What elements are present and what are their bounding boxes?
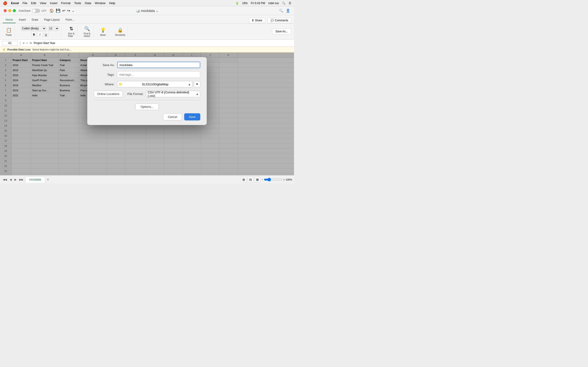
ideas-button[interactable]: 💡 Ideas: [99, 27, 107, 36]
cancel-formula-icon[interactable]: ✕: [23, 42, 25, 45]
save-as-area: Save As...: [272, 28, 291, 34]
dropdown-arrow-icon: ▲: [188, 83, 191, 86]
zoom-slider[interactable]: [264, 178, 282, 181]
save-icon[interactable]: 💾: [56, 8, 61, 13]
menu-data[interactable]: Data: [85, 1, 91, 5]
menu-format[interactable]: Format: [61, 1, 70, 5]
customize-icon[interactable]: ⌄: [72, 9, 74, 12]
tags-input[interactable]: [117, 71, 200, 78]
folder-icon: 📁: [119, 83, 122, 86]
comments-icon: 💬: [271, 19, 274, 22]
add-sheet-button[interactable]: +: [46, 177, 50, 183]
menu-file[interactable]: File: [23, 1, 27, 5]
apple-menu[interactable]: 🍎: [3, 1, 7, 5]
sheet-tab-bar: ◀◀ ◀ ▶ ▶▶ mockdata + ⊞ ⊟ ⊠ − + 100%: [0, 175, 294, 184]
where-selector: 📁 SLS3110DigitalMap ▲ ▼: [117, 81, 200, 87]
insert-function-icon[interactable]: fx: [30, 42, 32, 45]
formula-bar: | ✕ ✓ fx Project Start Year: [0, 40, 294, 47]
redo-icon[interactable]: ↪: [67, 8, 70, 13]
bold-button[interactable]: B: [32, 32, 36, 37]
menu-view[interactable]: View: [40, 1, 46, 5]
tab-draw[interactable]: Draw: [29, 17, 41, 23]
sheet-tab-mockdata[interactable]: mockdata: [25, 176, 45, 183]
save-as-button[interactable]: Save As...: [272, 28, 291, 34]
page-layout-view-button[interactable]: ⊟: [248, 177, 253, 182]
save-as-dialog: Save As: Tags: Where: 📁 SLS3110DigitalMa…: [87, 57, 207, 125]
traffic-lights: [4, 9, 16, 12]
tab-form[interactable]: Form…: [63, 17, 78, 23]
menu-help[interactable]: Help: [109, 1, 115, 5]
where-expand-button[interactable]: ▼: [194, 81, 200, 87]
share-button[interactable]: ⬆ Share: [249, 18, 265, 23]
sensitivity-button[interactable]: 🔒 Sensitivity: [115, 27, 125, 36]
sheet-nav-next[interactable]: ▶: [14, 177, 17, 182]
ribbon-content: 📋 Paste Calibri (Body) 12 B I U: [0, 23, 294, 40]
tab-insert[interactable]: Insert: [16, 17, 28, 23]
ideas-label: Ideas: [100, 34, 106, 36]
where-dropdown[interactable]: 📁 SLS3110DigitalMap ▲: [117, 81, 192, 87]
battery-icon: 🔋: [235, 2, 239, 5]
find-select-button[interactable]: 🔍 Find &Select: [83, 25, 91, 37]
file-format-dropdown[interactable]: CSV UTF-8 (Comma delimited) (.csv) ▲: [146, 91, 200, 97]
menu-tools[interactable]: Tools: [74, 1, 81, 5]
ribbon: Home Insert Draw Page Layout Form… ⬆ Sha…: [0, 15, 294, 40]
dialog-separator: [94, 100, 200, 100]
paste-button[interactable]: 📋 Paste: [5, 27, 12, 36]
font-size-select[interactable]: 12: [48, 26, 59, 31]
sensitivity-icon: 🔒: [117, 27, 124, 33]
sheet-nav-prev[interactable]: ◀: [9, 177, 13, 182]
save-as-dialog-overlay: Save As: Tags: Where: 📁 SLS3110DigitalMa…: [0, 52, 294, 175]
control-center-icon[interactable]: ☰: [289, 2, 291, 5]
autosave-toggle: AutoSave OFF: [19, 9, 47, 13]
font-family-select[interactable]: Calibri (Body): [21, 26, 46, 31]
file-format-row: File Format: CSV UTF-8 (Comma delimited)…: [128, 91, 200, 97]
zoom-out-icon[interactable]: −: [262, 178, 263, 181]
sheet-nav-right[interactable]: ▶▶: [18, 177, 24, 182]
battery-percent: 19%: [242, 2, 248, 5]
formula-divider: |: [20, 41, 21, 45]
confirm-formula-icon[interactable]: ✓: [26, 42, 28, 45]
paste-label: Paste: [6, 34, 12, 36]
maximize-button[interactable]: [13, 9, 16, 12]
search-title-icon[interactable]: 🔍: [279, 8, 284, 13]
autosave-switch[interactable]: [32, 9, 40, 13]
cell-reference-input[interactable]: [2, 41, 18, 45]
zoom-in-icon[interactable]: +: [283, 178, 285, 181]
normal-view-button[interactable]: ⊞: [241, 177, 246, 182]
minimize-button[interactable]: [8, 9, 11, 12]
dialog-buttons: Cancel Save: [94, 113, 200, 120]
tags-field-label: Tags:: [94, 73, 114, 76]
sheet-nav-left[interactable]: ◀◀: [2, 177, 8, 182]
find-select-label: Find &Select: [84, 32, 90, 37]
underline-button[interactable]: U: [43, 32, 48, 37]
find-icon: 🔍: [83, 25, 91, 32]
options-button[interactable]: Options...: [135, 103, 159, 110]
sensitivity-label: Sensitivity: [115, 34, 125, 36]
save-button[interactable]: Save: [184, 113, 200, 120]
ideas-icon: 💡: [99, 27, 107, 33]
filename-display: 📊 mockdata ⌄: [136, 9, 158, 13]
sort-filter-button[interactable]: ⇅ Sort &Filter: [68, 25, 75, 37]
close-button[interactable]: [4, 9, 7, 12]
menu-window[interactable]: Window: [95, 1, 105, 5]
tab-page-layout[interactable]: Page Layout: [41, 17, 62, 23]
undo-icon[interactable]: ↩: [62, 8, 65, 13]
filename-dropdown[interactable]: ⌄: [156, 9, 158, 13]
save-as-field-label: Save As:: [94, 63, 114, 67]
cancel-button[interactable]: Cancel: [163, 113, 182, 120]
sort-icon: ⇅: [68, 25, 75, 32]
comments-button[interactable]: 💬 Comments: [268, 18, 291, 23]
online-locations-button[interactable]: Online Locations: [94, 91, 123, 97]
home-icon[interactable]: 🏠: [49, 8, 54, 13]
where-field-label: Where:: [94, 83, 114, 86]
menu-excel[interactable]: Excel: [11, 1, 19, 5]
formula-icons: ✕ ✓ fx: [23, 42, 32, 45]
menu-insert[interactable]: Insert: [50, 1, 57, 5]
save-as-input[interactable]: [117, 62, 200, 68]
page-break-view-button[interactable]: ⊠: [255, 177, 260, 182]
tab-home[interactable]: Home: [3, 17, 16, 23]
menu-edit[interactable]: Edit: [31, 1, 36, 5]
search-menubar-icon[interactable]: 🔍: [282, 2, 285, 5]
account-icon[interactable]: 👤: [286, 8, 290, 13]
italic-button[interactable]: I: [37, 32, 43, 37]
